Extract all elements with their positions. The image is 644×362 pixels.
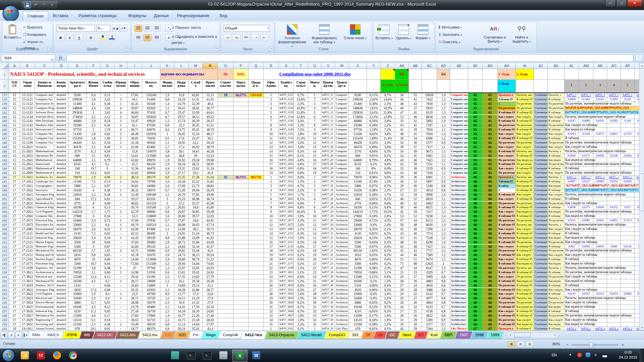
sheet-tab-1999[interactable]: 1999 <box>486 331 504 339</box>
cell[interactable]: 3,8 <box>160 149 174 154</box>
cell[interactable]: 1,6 <box>437 93 450 98</box>
cell-row2-AQ[interactable]: 6 <box>635 80 639 93</box>
cell[interactable]: 17-3025 <box>20 305 35 309</box>
cell[interactable]: 0,1513 <box>621 219 635 223</box>
cell[interactable]: ~ <box>114 197 127 201</box>
cell[interactable] <box>607 136 621 141</box>
cell[interactable] <box>635 318 639 322</box>
cell[interactable]: Как следует <box>516 171 534 175</box>
cell[interactable]: 54,61 <box>127 154 142 158</box>
cell[interactable]: 47,04 <box>127 219 142 223</box>
sheet-tab-Oil[interactable]: Oil <box>373 331 387 339</box>
cell[interactable]: 0,33% <box>367 236 381 240</box>
cell[interactable]: По расчетам <box>516 240 534 245</box>
cell[interactable]: SrP17_3012 <box>279 275 294 279</box>
cell[interactable]: 0,0148 <box>607 154 621 158</box>
cell[interactable]: 4728 <box>422 309 437 314</box>
cell[interactable]: 28,1 <box>174 149 189 154</box>
cell[interactable]: SrP17_3023 <box>279 296 294 301</box>
underline-button[interactable]: Ч <box>75 34 83 41</box>
cell[interactable]: Таблица 65 <box>498 98 516 102</box>
minimize-button[interactable]: ─ <box>605 0 616 7</box>
cell[interactable]: 11,14 <box>174 322 189 327</box>
cell[interactable]: 0,4 <box>101 292 114 296</box>
cell[interactable] <box>621 288 635 292</box>
cell[interactable]: 16 <box>264 158 279 163</box>
cell[interactable]: Как следует <box>498 145 516 149</box>
cell[interactable]: В таблице 65 <box>498 223 516 227</box>
cell[interactable]: 40 <box>409 171 422 175</box>
normal-view-icon[interactable]: ▦ <box>508 341 515 347</box>
cell[interactable]: SrP17_20 <box>321 219 335 223</box>
cell[interactable]: 0,8 <box>437 284 450 288</box>
cell[interactable] <box>579 111 593 115</box>
cell[interactable]: 54,04 <box>189 262 203 266</box>
cell[interactable] <box>218 193 233 197</box>
cell[interactable]: Computer <box>335 136 349 141</box>
cell[interactable]: 27,87 <box>174 219 189 223</box>
cell[interactable]: 6,3% <box>381 249 395 253</box>
cell[interactable] <box>218 245 233 249</box>
cell[interactable] <box>579 309 593 314</box>
cell[interactable]: 3,61% <box>367 111 381 115</box>
cell[interactable]: 31,85 <box>203 180 218 184</box>
cell[interactable]: 82920 <box>142 106 160 111</box>
cell[interactable] <box>593 141 607 145</box>
cell[interactable]: 65 <box>468 141 483 145</box>
cell[interactable] <box>218 119 233 123</box>
cell[interactable]: 45 <box>409 154 422 158</box>
cell[interactable]: 17,35 <box>174 275 189 279</box>
cell[interactable]: SrP15_11 <box>321 106 335 111</box>
cell[interactable]: 29,57 <box>174 115 189 119</box>
cell[interactable]: 670 <box>68 327 87 330</box>
cell[interactable] <box>593 296 607 301</box>
column-header-AH[interactable]: AH <box>498 63 516 69</box>
cell[interactable]: 17 <box>9 253 20 257</box>
cell[interactable]: 31 <box>395 318 409 322</box>
cell[interactable] <box>635 102 639 106</box>
cell[interactable]: Соотношени <box>534 240 548 245</box>
cell[interactable]: 27 <box>395 284 409 288</box>
cell[interactable]: 22,86 <box>189 288 203 292</box>
sheet-tab-5412-Model[interactable]: 5412-Model <box>297 331 326 339</box>
cell[interactable]: SrP15_2051 <box>279 162 294 167</box>
cell[interactable]: В таблице 65 <box>498 136 516 141</box>
row-header-203[interactable]: 203 <box>0 205 9 210</box>
cell[interactable] <box>635 314 639 318</box>
cell[interactable]: 33 <box>308 314 321 318</box>
cell[interactable]: 0,9 <box>437 167 450 171</box>
cell[interactable]: По расчетам <box>548 201 565 206</box>
cell[interactable]: 7417 <box>422 210 437 214</box>
cell[interactable] <box>233 128 249 132</box>
cell[interactable] <box>607 240 621 245</box>
cell[interactable]: 66 <box>468 245 483 249</box>
cell[interactable]: 51430 <box>68 132 87 136</box>
cell[interactable]: detailed <box>54 223 68 227</box>
cell[interactable]: SrP17_20 <box>321 214 335 219</box>
cell[interactable]: 65 <box>468 115 483 119</box>
cell[interactable] <box>565 232 579 236</box>
cell[interactable]: 15 <box>9 145 20 149</box>
cell[interactable] <box>621 171 635 175</box>
cell[interactable]: SrP17_20 <box>321 197 335 201</box>
cell[interactable]: 51430 <box>349 132 367 136</box>
cell[interactable]: 65 <box>468 145 483 149</box>
cell[interactable]: 2,4 <box>87 219 101 223</box>
cell[interactable]: 87560 <box>142 123 160 128</box>
cell-row2-O[interactable]: Строит ельстве <box>218 80 233 93</box>
cell[interactable]: 49480 <box>142 305 160 309</box>
cell[interactable]: 3,0% <box>294 145 308 149</box>
cell[interactable]: Computer and <box>450 162 468 167</box>
cell[interactable]: 2,3% <box>381 102 395 106</box>
cell[interactable] <box>249 223 264 227</box>
cell[interactable]: 45 <box>409 240 422 245</box>
cell[interactable]: 16,57% <box>233 93 249 98</box>
cell[interactable]: SrP17_20 <box>321 227 335 232</box>
cell[interactable]: 5980 <box>349 184 367 188</box>
cell[interactable]: Architecture <box>450 257 468 262</box>
cell[interactable]: Как видно <box>548 210 565 214</box>
cell[interactable]: Проведем а <box>498 175 516 180</box>
cell[interactable]: 7 <box>308 201 321 206</box>
cell[interactable]: 2 <box>114 175 127 180</box>
cell[interactable]: 41,37 <box>203 245 218 249</box>
